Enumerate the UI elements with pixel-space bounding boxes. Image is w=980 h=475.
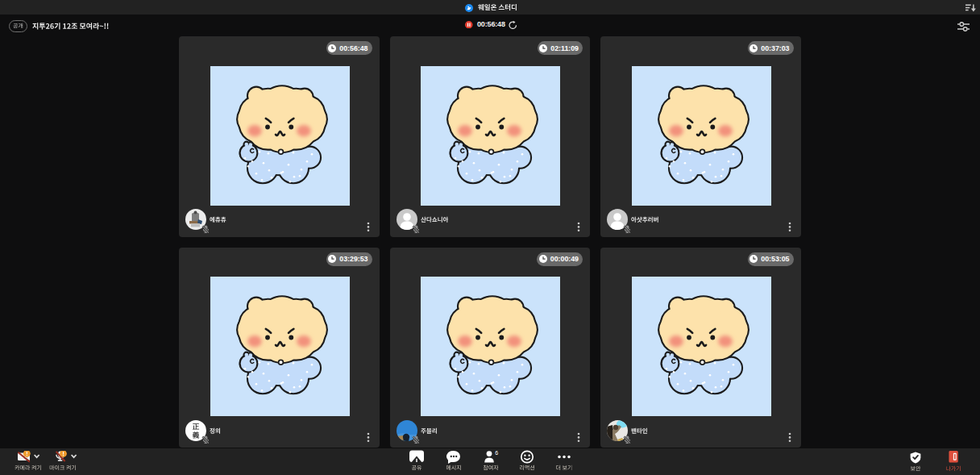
svg-text:6: 6 [495,450,498,456]
